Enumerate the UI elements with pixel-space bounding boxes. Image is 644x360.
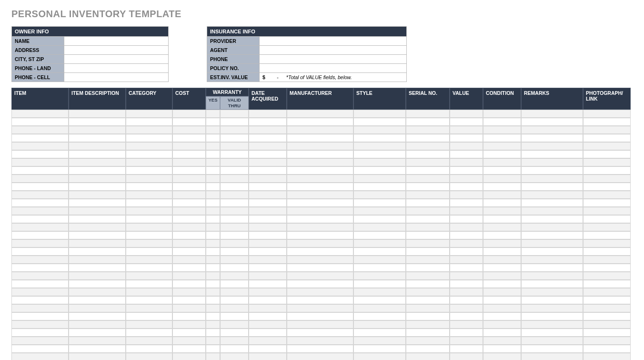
table-cell[interactable] — [249, 345, 287, 353]
table-cell[interactable] — [172, 110, 206, 118]
table-cell[interactable] — [521, 207, 583, 215]
table-cell[interactable] — [583, 312, 631, 320]
table-cell[interactable] — [249, 353, 287, 360]
table-cell[interactable] — [126, 304, 172, 312]
table-cell[interactable] — [483, 118, 521, 126]
table-cell[interactable] — [406, 223, 450, 231]
table-cell[interactable] — [287, 320, 353, 329]
table-cell[interactable] — [521, 150, 583, 158]
table-cell[interactable] — [521, 142, 583, 150]
table-cell[interactable] — [450, 247, 483, 256]
table-cell[interactable] — [206, 223, 220, 231]
table-cell[interactable] — [126, 175, 172, 183]
table-cell[interactable] — [353, 239, 406, 247]
table-cell[interactable] — [11, 312, 69, 320]
table-cell[interactable] — [583, 247, 631, 256]
table-cell[interactable] — [69, 353, 126, 360]
table-cell[interactable] — [11, 345, 69, 353]
table-cell[interactable] — [172, 150, 206, 158]
table-cell[interactable] — [521, 272, 583, 280]
table-cell[interactable] — [126, 288, 172, 296]
table-cell[interactable] — [406, 150, 450, 158]
table-cell[interactable] — [11, 175, 69, 183]
table-cell[interactable] — [126, 118, 172, 126]
table-cell[interactable] — [353, 304, 406, 312]
table-cell[interactable] — [206, 231, 220, 239]
table-cell[interactable] — [172, 304, 206, 312]
table-cell[interactable] — [172, 288, 206, 296]
table-cell[interactable] — [172, 215, 206, 223]
table-cell[interactable] — [450, 199, 483, 207]
table-cell[interactable] — [126, 312, 172, 320]
table-cell[interactable] — [450, 126, 483, 134]
table-cell[interactable] — [406, 329, 450, 337]
table-cell[interactable] — [353, 126, 406, 134]
table-cell[interactable] — [69, 142, 126, 150]
table-cell[interactable] — [249, 126, 287, 134]
table-cell[interactable] — [249, 158, 287, 166]
table-cell[interactable] — [126, 142, 172, 150]
table-cell[interactable] — [521, 134, 583, 142]
table-cell[interactable] — [220, 239, 249, 247]
table-cell[interactable] — [483, 126, 521, 134]
table-cell[interactable] — [483, 223, 521, 231]
table-cell[interactable] — [206, 166, 220, 175]
table-cell[interactable] — [206, 142, 220, 150]
table-cell[interactable] — [172, 134, 206, 142]
table-cell[interactable] — [483, 337, 521, 345]
table-cell[interactable] — [126, 199, 172, 207]
table-cell[interactable] — [521, 158, 583, 166]
table-cell[interactable] — [126, 247, 172, 256]
table-cell[interactable] — [206, 239, 220, 247]
table-cell[interactable] — [206, 183, 220, 191]
table-cell[interactable] — [521, 312, 583, 320]
table-cell[interactable] — [353, 329, 406, 337]
table-cell[interactable] — [172, 296, 206, 304]
table-cell[interactable] — [206, 134, 220, 142]
table-cell[interactable] — [11, 320, 69, 329]
table-cell[interactable] — [521, 175, 583, 183]
table-cell[interactable] — [483, 150, 521, 158]
table-cell[interactable] — [287, 288, 353, 296]
table-cell[interactable] — [126, 320, 172, 329]
table-cell[interactable] — [249, 207, 287, 215]
table-cell[interactable] — [521, 288, 583, 296]
table-cell[interactable] — [287, 239, 353, 247]
table-cell[interactable] — [583, 353, 631, 360]
table-cell[interactable] — [583, 118, 631, 126]
table-cell[interactable] — [206, 118, 220, 126]
table-cell[interactable] — [483, 166, 521, 175]
table-cell[interactable] — [287, 134, 353, 142]
table-cell[interactable] — [249, 150, 287, 158]
table-cell[interactable] — [450, 223, 483, 231]
table-cell[interactable] — [450, 304, 483, 312]
table-cell[interactable] — [406, 264, 450, 272]
table-cell[interactable] — [450, 329, 483, 337]
table-cell[interactable] — [249, 142, 287, 150]
table-cell[interactable] — [220, 247, 249, 256]
table-cell[interactable] — [206, 320, 220, 329]
table-cell[interactable] — [126, 207, 172, 215]
table-cell[interactable] — [206, 329, 220, 337]
table-cell[interactable] — [450, 158, 483, 166]
table-cell[interactable] — [11, 191, 69, 199]
table-cell[interactable] — [583, 142, 631, 150]
table-cell[interactable] — [172, 329, 206, 337]
table-cell[interactable] — [353, 134, 406, 142]
table-cell[interactable] — [126, 183, 172, 191]
ins-agent-value[interactable] — [260, 46, 407, 55]
table-cell[interactable] — [172, 247, 206, 256]
table-cell[interactable] — [11, 337, 69, 345]
table-cell[interactable] — [249, 296, 287, 304]
table-cell[interactable] — [406, 158, 450, 166]
table-cell[interactable] — [287, 183, 353, 191]
table-cell[interactable] — [450, 110, 483, 118]
table-cell[interactable] — [483, 215, 521, 223]
table-cell[interactable] — [11, 247, 69, 256]
table-cell[interactable] — [69, 183, 126, 191]
table-cell[interactable] — [69, 264, 126, 272]
table-cell[interactable] — [483, 264, 521, 272]
table-cell[interactable] — [483, 288, 521, 296]
table-cell[interactable] — [287, 118, 353, 126]
table-cell[interactable] — [220, 126, 249, 134]
